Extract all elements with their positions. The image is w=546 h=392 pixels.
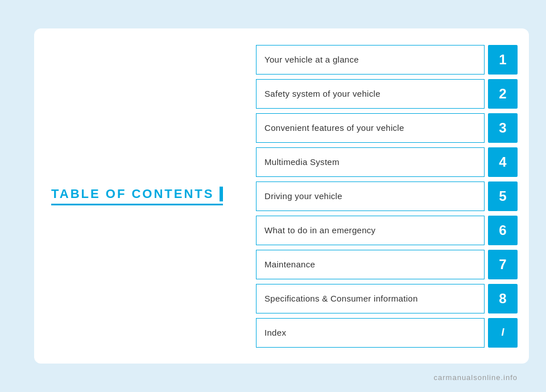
watermark: carmanualsonline.info bbox=[434, 373, 518, 382]
toc-item[interactable]: Convenient features of your vehicle3 bbox=[256, 113, 518, 143]
toc-item-label: What to do in an emergency bbox=[256, 216, 485, 245]
toc-item[interactable]: Driving your vehicle5 bbox=[256, 181, 518, 211]
toc-item-label: Multimedia System bbox=[256, 147, 485, 177]
toc-title-bar bbox=[220, 187, 223, 201]
toc-title: TABLE OF CONTENTS bbox=[51, 187, 223, 205]
toc-item[interactable]: What to do in an emergency6 bbox=[256, 216, 518, 245]
toc-item-number: 6 bbox=[488, 216, 518, 245]
toc-item[interactable]: Your vehicle at a glance1 bbox=[256, 45, 518, 75]
toc-item-number: 3 bbox=[488, 113, 518, 143]
toc-item-number: 8 bbox=[488, 284, 518, 313]
toc-item-number: I bbox=[488, 318, 518, 348]
toc-item-number: 1 bbox=[488, 45, 518, 75]
toc-item-label: Safety system of your vehicle bbox=[256, 79, 485, 109]
toc-title-text: TABLE OF CONTENTS bbox=[51, 187, 214, 201]
toc-item[interactable]: Specifications & Consumer information8 bbox=[256, 284, 518, 313]
left-section: TABLE OF CONTENTS bbox=[34, 28, 250, 364]
toc-item-label: Specifications & Consumer information bbox=[256, 284, 485, 313]
toc-item[interactable]: Multimedia System4 bbox=[256, 147, 518, 177]
toc-item-label: Convenient features of your vehicle bbox=[256, 113, 485, 143]
toc-item[interactable]: IndexI bbox=[256, 318, 518, 348]
toc-item-label: Driving your vehicle bbox=[256, 181, 485, 211]
right-section: Your vehicle at a glance1Safety system o… bbox=[250, 34, 529, 359]
toc-item-number: 7 bbox=[488, 250, 518, 279]
main-card: TABLE OF CONTENTS Your vehicle at a glan… bbox=[34, 28, 529, 364]
toc-item-number: 5 bbox=[488, 181, 518, 211]
toc-item-label: Your vehicle at a glance bbox=[256, 45, 485, 75]
toc-item-number: 2 bbox=[488, 79, 518, 109]
toc-item[interactable]: Safety system of your vehicle2 bbox=[256, 79, 518, 109]
toc-item-label: Index bbox=[256, 318, 485, 348]
toc-item-number: 4 bbox=[488, 147, 518, 177]
toc-item-label: Maintenance bbox=[256, 250, 485, 279]
toc-item[interactable]: Maintenance7 bbox=[256, 250, 518, 279]
